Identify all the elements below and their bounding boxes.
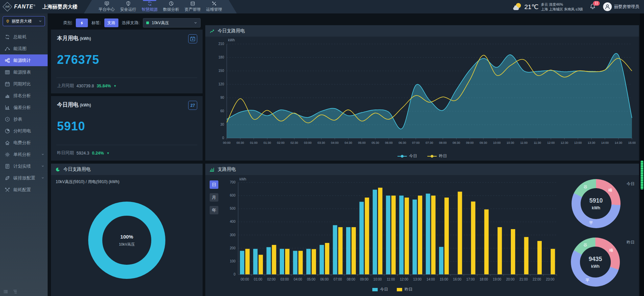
- temperature: 21℃: [524, 3, 538, 11]
- svg-text:16:00: 16:00: [453, 278, 462, 281]
- sidebar-item-0[interactable]: 总能耗: [0, 31, 48, 43]
- svg-text:180: 180: [218, 55, 224, 59]
- donut-unit: kWh: [591, 264, 599, 269]
- calendar-icon: [5, 81, 10, 87]
- svg-text:600: 600: [230, 194, 235, 197]
- tag-branch-button[interactable]: 支路: [104, 18, 118, 27]
- nav-item-5[interactable]: 运维管理: [203, 0, 225, 13]
- sidebar-item-8[interactable]: 分时用电: [0, 125, 48, 137]
- svg-text:07:30: 07:30: [426, 141, 433, 144]
- donut-value: 5910: [589, 197, 603, 204]
- line-chart: 2101801501209060300kWh00:0000:3001:0001:…: [209, 37, 636, 150]
- svg-text:22:00: 22:00: [533, 278, 541, 281]
- trend-down-icon: ▼: [107, 152, 110, 155]
- svg-text:02:30: 02:30: [290, 141, 298, 144]
- sidebar-item-7[interactable]: 抄表: [0, 113, 48, 125]
- monitor-icon: [104, 1, 109, 6]
- svg-text:300: 300: [230, 233, 235, 237]
- calendar-plus-icon[interactable]: [188, 34, 197, 43]
- sidebar-item-3[interactable]: 能源报表: [0, 66, 48, 78]
- chevron-down-icon: [194, 21, 197, 25]
- svg-text:18:00: 18:00: [480, 278, 488, 281]
- branch-donut-chart: 100% 10kV高压: [88, 202, 165, 279]
- sidebar-item-5[interactable]: 排名分析: [0, 90, 48, 101]
- svg-text:11:00: 11:00: [520, 141, 528, 144]
- svg-text:04:00: 04:00: [294, 278, 302, 281]
- branch-status-dot: [146, 22, 149, 24]
- toggle-年[interactable]: 年: [210, 206, 218, 214]
- svg-text:23:00: 23:00: [546, 278, 554, 281]
- scrollbar-thumb[interactable]: [641, 161, 643, 189]
- meter-icon: [5, 117, 10, 122]
- donut-segment-谷: 谷: [583, 184, 588, 190]
- gear-icon: [5, 152, 10, 157]
- month-usage-card: 本月用电(kWh) 276375 上月同期 430739.8 35.84% ▼: [51, 30, 203, 93]
- bar-legend-item-1[interactable]: 昨日: [397, 287, 413, 292]
- divider: [56, 78, 197, 78]
- nav-item-4[interactable]: 资产管理: [182, 0, 203, 13]
- user-menu[interactable]: 丽婴房管理员: [603, 2, 639, 11]
- sidebar-item-4[interactable]: 同期对比: [0, 78, 48, 90]
- svg-text:21:00: 21:00: [520, 278, 528, 281]
- toggle-月[interactable]: 月: [210, 193, 218, 202]
- calendar-day-icon[interactable]: 27: [188, 101, 197, 110]
- today-branch-line-card: 今日支路用电 2101801501209060300kWh00:0000:300…: [205, 25, 639, 161]
- svg-text:07:00: 07:00: [333, 278, 342, 281]
- svg-text:14:00: 14:00: [601, 141, 609, 144]
- sidebar-item-6[interactable]: 偏差分析: [0, 101, 48, 113]
- legend-item-1[interactable]: 昨日: [427, 153, 447, 159]
- notification-badge: 11: [593, 1, 600, 6]
- bar-legend-item-0[interactable]: 今日: [372, 287, 388, 292]
- nav-item-3[interactable]: 数据分析: [160, 0, 182, 13]
- svg-text:10:00: 10:00: [373, 278, 382, 281]
- donut-center-percent: 100%: [120, 234, 133, 240]
- line-card-header: 今日支路用电: [205, 25, 639, 37]
- legend-item-0[interactable]: 今日: [397, 153, 417, 159]
- donut-segment-平: 平: [585, 278, 590, 283]
- tree-view-icon[interactable]: [13, 289, 17, 294]
- top-header: 凡特 FANTE® 上海丽婴房大楼 平台中心 安全运行 智慧能源 数据分析 资产…: [0, 0, 644, 13]
- sidebar-item-10[interactable]: 单耗分析: [0, 149, 48, 160]
- svg-text:00:30: 00:30: [236, 141, 244, 144]
- deviation-icon: [5, 105, 10, 110]
- sidebar-item-11[interactable]: 计划实绩: [0, 160, 48, 172]
- bar-chart: 7006005004003002001000kWh00:0001:0002:00…: [221, 176, 564, 287]
- nav-item-0[interactable]: 平台中心: [96, 0, 117, 13]
- toggle-日[interactable]: 日: [210, 180, 218, 189]
- svg-text:13:30: 13:30: [588, 141, 595, 144]
- line-chart-legend: 今日 昨日: [205, 153, 639, 159]
- svg-text:400: 400: [230, 220, 235, 223]
- lightning-icon: [80, 21, 84, 25]
- svg-text:03:00: 03:00: [280, 278, 289, 281]
- notifications-button[interactable]: 11: [590, 3, 596, 10]
- header-right: 21℃ 多云 湿度46% 上海 上海城区 东南风 ≤3级 11 丽婴房管理员: [513, 0, 639, 13]
- nav-item-1[interactable]: 安全运行: [117, 0, 139, 13]
- bar-chart-legend: 今日 昨日: [221, 287, 564, 292]
- nav-item-2[interactable]: 智慧能源: [139, 0, 160, 13]
- donut-card-title: 今日支路用电: [63, 166, 91, 172]
- chevron-down-icon: [41, 165, 44, 168]
- branch-bar-card: 支路用电 日月年 7006005004003002001000kWh00:000…: [205, 164, 639, 296]
- donut-segment-峰: 峰: [609, 248, 614, 253]
- sidebar-item-1[interactable]: 能流图: [0, 43, 48, 54]
- sidebar-item-12[interactable]: 碳排放配置: [0, 172, 48, 184]
- svg-text:0: 0: [222, 136, 224, 140]
- branch-select-value: 10kV高压: [152, 20, 169, 26]
- svg-text:500: 500: [230, 207, 235, 210]
- branch-select[interactable]: 10kV高压: [143, 18, 201, 28]
- sidebar-item-13[interactable]: 能耗配置: [0, 184, 48, 196]
- svg-text:15:00: 15:00: [440, 278, 448, 281]
- list-view-icon[interactable]: [3, 289, 8, 294]
- today-compare-row: 昨日同期 5924.3 0.24% ▼: [57, 150, 110, 156]
- flow-icon: [5, 46, 10, 51]
- building-select[interactable]: 丽婴房大楼: [3, 16, 45, 26]
- leaf-icon: [5, 175, 10, 181]
- category-electric-button[interactable]: [76, 18, 88, 27]
- svg-text:03:30: 03:30: [318, 141, 325, 144]
- sidebar-item-9[interactable]: 电费分析: [0, 137, 48, 149]
- recycle-icon: [5, 34, 10, 40]
- svg-text:08:30: 08:30: [452, 141, 460, 144]
- sidebar-item-2[interactable]: 能源统计: [0, 54, 48, 66]
- weather-location: 上海 上海城区 东南风 ≤3级: [541, 7, 583, 11]
- recycle-icon: [147, 1, 152, 6]
